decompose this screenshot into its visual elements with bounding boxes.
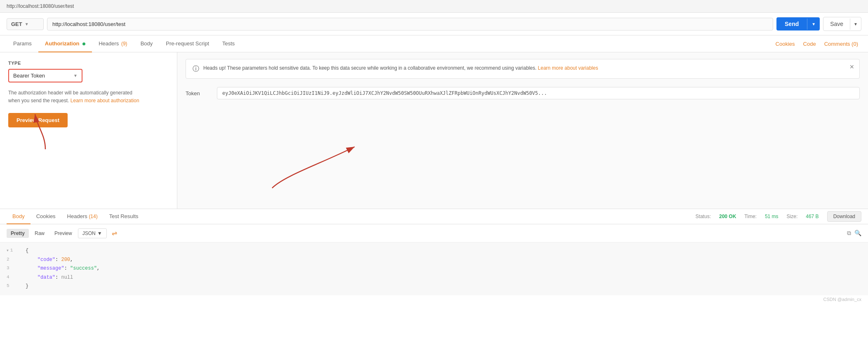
format-preview[interactable]: Preview	[50, 229, 76, 238]
right-tabs: Cookies Code Comments (0)	[772, 36, 861, 52]
alert-text: Heads up! These parameters hold sensitiv…	[203, 64, 598, 72]
code-content-1: {	[26, 247, 28, 256]
size-value: 467 B	[806, 214, 819, 219]
learn-more-variables-link[interactable]: Learn more about variables	[538, 65, 598, 71]
search-icon[interactable]: 🔍	[854, 230, 861, 237]
line-num-2: 2	[7, 256, 19, 264]
token-label: Token	[186, 90, 210, 96]
alert-icon: ⓘ	[193, 65, 199, 73]
format-json-arrow: ▼	[97, 230, 102, 236]
preview-request-button[interactable]: Preview Request	[8, 113, 68, 127]
code-line-3: 3 "message": "success",	[0, 264, 868, 273]
authorization-dot	[82, 42, 85, 45]
code-content-3: "message": "success",	[26, 264, 100, 273]
watermark: CSDN @admin_cx	[0, 295, 868, 303]
time-value: 51 ms	[765, 214, 779, 219]
response-area: Body Cookies Headers (14) Test Results S…	[0, 209, 868, 303]
token-type-select[interactable]: Bearer Token ▼	[8, 69, 82, 82]
tab-params[interactable]: Params	[7, 35, 38, 52]
auth-description: The authorization header will be automat…	[8, 89, 169, 105]
tab-prerequest[interactable]: Pre-request Script	[159, 35, 216, 52]
token-type-label: Bearer Token	[13, 73, 45, 79]
code-line-5: 5 }	[0, 282, 868, 291]
main-content: TYPE Bearer Token ▼ The authorization he…	[0, 52, 868, 209]
format-bar: Pretty Raw Preview JSON ▼ ⇌ ⧉ 🔍	[0, 224, 868, 242]
code-content-5: }	[26, 282, 28, 291]
save-label: Save	[823, 17, 850, 31]
download-button[interactable]: Download	[827, 211, 861, 222]
token-field-row: Token	[186, 87, 860, 99]
alert-box: ⓘ Heads up! These parameters hold sensit…	[186, 59, 860, 79]
alert-close-button[interactable]: ✕	[849, 63, 854, 70]
send-button[interactable]: Send ▼	[776, 17, 820, 31]
send-label: Send	[776, 17, 807, 31]
code-area: ▼ 1 { 2 "code": 200, 3 "message": "succe…	[0, 242, 868, 295]
right-panel: ⓘ Heads up! These parameters hold sensit…	[177, 52, 868, 209]
method-select[interactable]: GET ▼	[7, 18, 44, 30]
copy-icon[interactable]: ⧉	[847, 230, 851, 237]
left-panel: TYPE Bearer Token ▼ The authorization he…	[0, 52, 177, 209]
tab-code-right[interactable]: Code	[800, 36, 819, 52]
save-button[interactable]: Save ▼	[823, 17, 861, 31]
top-url-text: http://localhost:18080/user/test	[7, 3, 74, 9]
tab-authorization[interactable]: Authorization	[38, 35, 92, 52]
line-num-5: 5	[7, 282, 19, 290]
code-content-4: "data": null	[26, 273, 73, 282]
tab-comments-right[interactable]: Comments (0)	[821, 36, 861, 52]
response-tab-cookies[interactable]: Cookies	[31, 209, 61, 224]
token-type-arrow: ▼	[73, 73, 78, 78]
status-info: Status: 200 OK Time: 51 ms Size: 467 B D…	[696, 211, 861, 222]
collapse-arrow-1[interactable]: ▼	[7, 248, 9, 254]
format-pretty[interactable]: Pretty	[7, 229, 29, 238]
arrow-annotation-2	[260, 134, 367, 196]
tab-tests[interactable]: Tests	[216, 35, 241, 52]
send-dropdown-arrow[interactable]: ▼	[807, 19, 820, 30]
save-dropdown-arrow[interactable]: ▼	[850, 19, 861, 30]
type-label: TYPE	[8, 61, 169, 66]
wrap-button[interactable]: ⇌	[108, 228, 120, 239]
url-input[interactable]	[47, 18, 773, 31]
response-tab-body[interactable]: Body	[7, 209, 31, 224]
code-line-2: 2 "code": 200,	[0, 256, 868, 265]
format-right-icons: ⧉ 🔍	[847, 230, 861, 237]
format-json-label: JSON	[82, 230, 96, 236]
format-raw[interactable]: Raw	[31, 229, 49, 238]
tab-cookies-right[interactable]: Cookies	[772, 36, 798, 52]
code-line-1: ▼ 1 {	[0, 247, 868, 256]
response-tabs: Body Cookies Headers (14) Test Results S…	[0, 209, 868, 224]
method-label: GET	[11, 21, 22, 27]
headers-badge: (9)	[121, 41, 127, 47]
learn-more-link[interactable]: Learn more about authorization	[71, 98, 139, 103]
top-url-bar: http://localhost:18080/user/test	[0, 0, 868, 13]
time-label: Time:	[744, 214, 757, 219]
response-tab-headers[interactable]: Headers (14)	[61, 209, 104, 224]
response-headers-badge: (14)	[89, 214, 97, 219]
request-bar: GET ▼ Send ▼ Save ▼	[0, 13, 868, 35]
line-num-4: 4	[7, 273, 19, 282]
code-line-4: 4 "data": null	[0, 273, 868, 282]
line-num-1: ▼ 1	[7, 247, 19, 255]
size-label: Size:	[787, 214, 798, 219]
tabs-bar: Params Authorization Headers (9) Body Pr…	[0, 35, 868, 52]
tab-headers[interactable]: Headers (9)	[92, 35, 134, 52]
line-num-3: 3	[7, 264, 19, 273]
code-content-2: "code": 200,	[26, 256, 73, 265]
token-input[interactable]	[217, 87, 860, 99]
method-dropdown-arrow: ▼	[25, 22, 29, 26]
response-tab-testresults[interactable]: Test Results	[104, 209, 144, 224]
format-json-select[interactable]: JSON ▼	[78, 228, 107, 238]
tab-body[interactable]: Body	[134, 35, 160, 52]
status-label: Status:	[696, 214, 711, 219]
status-value: 200 OK	[719, 214, 736, 219]
